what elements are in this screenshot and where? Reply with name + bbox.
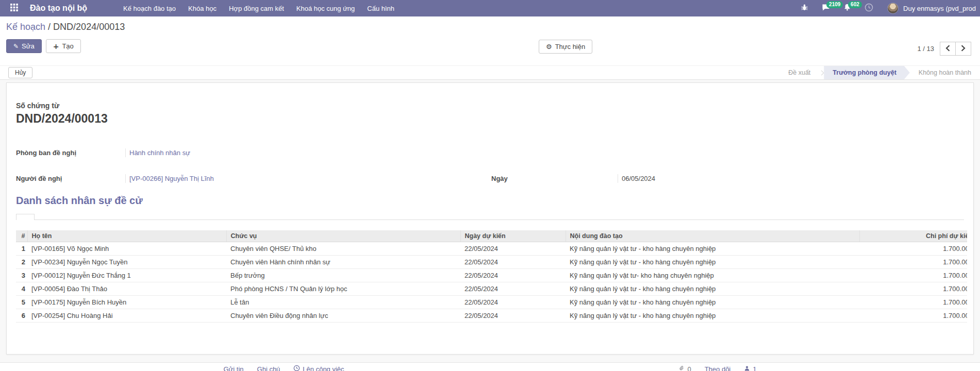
cell-date: 22/05/2024 — [460, 256, 566, 269]
requester-value-link[interactable]: [VP-00266] Nguyễn Thị Lĩnh — [125, 174, 214, 183]
date-label: Ngày — [491, 175, 618, 182]
cell-name: [VP-00165] Võ Ngọc Minh — [27, 242, 226, 256]
field-row-requester-date: Người đề nghị [VP-00266] Nguyễn Thị Lĩnh… — [16, 174, 964, 183]
edit-button[interactable]: ✎ Sửa — [6, 39, 42, 53]
requester-label: Người đề nghị — [16, 175, 125, 182]
doc-number-value: DND/2024/00013 — [16, 112, 964, 126]
col-header-expected-date[interactable]: Ngày dự kiến — [460, 230, 566, 242]
gear-icon: ⚙ — [546, 43, 552, 50]
cell-position: Bếp trưởng — [226, 269, 460, 282]
cell-position: Chuyên viên Hành chính nhân sự — [226, 256, 460, 269]
table-row[interactable]: 1 [VP-00165] Võ Ngọc Minh Chuyên viên QH… — [16, 242, 967, 256]
app-window: Đào tạo nội bộ Kế hoạch đào tạo Khóa học… — [0, 0, 980, 371]
status-step-manager-approval[interactable]: Trưởng phòng duyệt — [824, 66, 909, 79]
messages-button[interactable]: 2109 — [815, 0, 837, 16]
cell-cost: 1.700.000 — [859, 256, 967, 269]
clock-icon — [865, 3, 873, 14]
notifications-button[interactable]: 602 — [837, 0, 858, 16]
pencil-icon: ✎ — [13, 43, 19, 49]
cell-name: [VP-00234] Nguyễn Ngọc Tuyền — [27, 256, 226, 269]
section-title-nominees: Danh sách nhân sự đề cử — [16, 195, 964, 207]
apps-menu-button[interactable] — [5, 0, 23, 16]
cell-date: 22/05/2024 — [460, 242, 566, 256]
user-menu[interactable]: Duy enmasys (pvd_prod — [880, 0, 980, 16]
date-value: 06/05/2024 — [618, 174, 655, 183]
table-row[interactable]: 6 [VP-00254] Chu Hoàng Hải Chuyên viên Đ… — [16, 309, 967, 323]
send-message-button[interactable]: Gửi tin — [224, 365, 244, 371]
status-step-proposed[interactable]: Đề xuất — [779, 66, 819, 79]
table-row[interactable]: 4 [VP-00054] Đào Thị Thảo Phó phòng HCNS… — [16, 282, 967, 296]
breadcrumb-current: DND/2024/00013 — [53, 22, 125, 32]
form-statusbar: Hủy Đề xuất Trưởng phòng duyệt Không hoà… — [0, 65, 980, 80]
col-header-expected-cost[interactable]: Chi phí dự kiến — [859, 230, 967, 242]
follow-button[interactable]: Theo dõi — [705, 365, 731, 371]
cell-name: [VP-00054] Đào Thị Thảo — [27, 282, 226, 296]
doc-number-label: Số chứng từ — [16, 102, 964, 110]
activities-button[interactable] — [858, 0, 880, 16]
table-row[interactable]: 2 [VP-00234] Nguyễn Ngọc Tuyền Chuyên vi… — [16, 256, 967, 269]
user-name: Duy enmasys (pvd_prod — [903, 5, 976, 12]
table-row[interactable]: 3 [VP-00012] Nguyễn Đức Thắng 1 Bếp trưở… — [16, 269, 967, 282]
notebook-tabstrip — [16, 214, 964, 220]
nominee-table: # Họ tên Chức vụ Ngày dự kiến Nội dung đ… — [16, 230, 967, 323]
apps-grid-icon — [10, 4, 18, 13]
menu-item-settings[interactable]: Cấu hình — [361, 0, 401, 16]
form-sheet: Số chứng từ DND/2024/00013 Phòng ban đề … — [6, 82, 974, 355]
col-header-training-content[interactable]: Nội dung đào tạo — [566, 230, 859, 242]
cell-content: Kỹ năng quản lý vật tư - kho hàng chuyên… — [566, 309, 859, 323]
plus-icon: + — [53, 43, 59, 50]
pager-count: 1 / 13 — [917, 45, 934, 53]
chatter-tools: 0 Theo dõi 1 — [678, 365, 756, 371]
menu-item-courses[interactable]: Khóa học — [182, 0, 223, 16]
attachments-button[interactable]: 0 — [678, 365, 691, 371]
cell-date: 22/05/2024 — [460, 309, 566, 323]
menu-item-training-plan[interactable]: Kế hoạch đào tạo — [117, 0, 182, 16]
notebook-tab[interactable] — [16, 214, 35, 220]
cell-cost: 1.700.000 — [859, 269, 967, 282]
schedule-activity-button[interactable]: Lên công việc — [293, 365, 344, 371]
department-value-link[interactable]: Hành chính nhân sự — [125, 148, 190, 157]
cell-position: Chuyên viên Điều động nhân lực — [226, 309, 460, 323]
cell-cost: 1.700.000 — [859, 309, 967, 323]
bug-icon — [801, 4, 808, 13]
cell-content: Kỹ năng quản lý vật tư- kho hàng chuyên … — [566, 269, 859, 282]
log-note-button[interactable]: Ghi chú — [257, 365, 280, 371]
col-header-name[interactable]: Họ tên — [27, 230, 226, 242]
menu-item-supplied-courses[interactable]: Khoá học cung ứng — [290, 0, 361, 16]
clock-icon — [293, 365, 300, 371]
department-label: Phòng ban đề nghị — [16, 149, 125, 157]
cell-name: [VP-00175] Nguyễn Bích Huyền — [27, 296, 226, 309]
menu-item-commitment-contracts[interactable]: Hợp đồng cam kết — [223, 0, 290, 16]
table-row[interactable]: 5 [VP-00175] Nguyễn Bích Huyền Lễ tân 22… — [16, 296, 967, 309]
cell-position: Lễ tân — [226, 296, 460, 309]
col-header-index[interactable]: # — [16, 230, 27, 242]
followers-button[interactable]: 1 — [744, 365, 756, 371]
execute-action-button[interactable]: ⚙ Thực hiện — [539, 40, 592, 54]
chatter-bar: Gửi tin Ghi chú Lên công việc 0 Theo dõi… — [0, 362, 980, 371]
create-button[interactable]: + Tạo — [46, 39, 81, 53]
top-navbar: Đào tạo nội bộ Kế hoạch đào tạo Khóa học… — [0, 0, 980, 16]
chevron-right-icon — [961, 44, 966, 54]
cell-date: 22/05/2024 — [460, 269, 566, 282]
cell-name: [VP-00254] Chu Hoàng Hải — [27, 309, 226, 323]
navbar-right-tools: 2109 602 Duy enmasys (pvd_prod — [794, 0, 980, 16]
cell-name: [VP-00012] Nguyễn Đức Thắng 1 — [27, 269, 226, 282]
main-menu: Kế hoạch đào tạo Khóa học Hợp đồng cam k… — [117, 0, 401, 16]
cell-cost: 1.700.000 — [859, 282, 967, 296]
col-header-position[interactable]: Chức vụ — [226, 230, 460, 242]
cell-date: 22/05/2024 — [460, 282, 566, 296]
cell-cost: 1.700.000 — [859, 296, 967, 309]
cancel-button[interactable]: Hủy — [8, 67, 32, 78]
debug-button[interactable] — [794, 0, 815, 16]
status-steps: Đề xuất Trưởng phòng duyệt Không hoàn th… — [779, 66, 980, 79]
pager-previous-button[interactable] — [940, 42, 956, 56]
breadcrumb: Kế hoạch / DND/2024/00013 — [6, 22, 974, 32]
status-step-not-completed[interactable]: Không hoàn thành — [910, 66, 980, 79]
chatter-actions: Gửi tin Ghi chú Lên công việc — [224, 365, 344, 371]
pager-next-button[interactable] — [955, 42, 971, 56]
app-brand-title[interactable]: Đào tạo nội bộ — [30, 4, 87, 13]
person-icon — [744, 365, 750, 371]
paperclip-icon — [678, 365, 685, 371]
breadcrumb-parent-link[interactable]: Kế hoạch — [6, 22, 45, 32]
control-panel: Kế hoạch / DND/2024/00013 ✎ Sửa + Tạo ⚙ … — [0, 16, 980, 65]
